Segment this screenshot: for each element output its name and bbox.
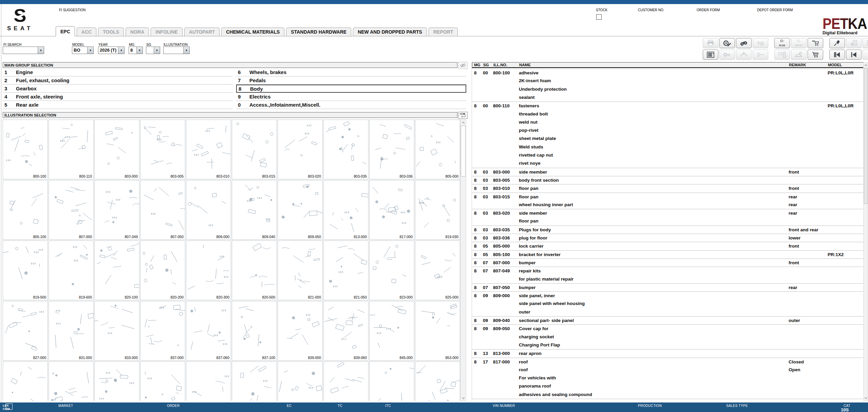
main-group-item-rear-axle[interactable]: 5Rear axle	[3, 101, 233, 109]
illustration-cell-837-060[interactable]: 837-060	[186, 301, 231, 361]
illustration-cell-821-000[interactable]: 821-000	[278, 240, 323, 300]
illustration-cell-805-100[interactable]: 805-100	[3, 180, 48, 240]
table-row[interactable]: weld nut	[472, 118, 864, 126]
chevron-down-icon[interactable]: ▼	[136, 47, 143, 54]
table-row[interactable]: 813813-000rear apron	[472, 349, 864, 358]
chevron-down-icon[interactable]: ▼	[183, 47, 189, 54]
illustration-cell-845-000[interactable]: 845-000	[369, 301, 414, 361]
sg-select[interactable]: ▼	[146, 47, 160, 54]
tab-epc[interactable]: EPC	[56, 26, 75, 36]
chevron-down-icon[interactable]: ▼	[38, 47, 44, 54]
illustration-cell-833-000[interactable]: 833-000	[94, 301, 139, 361]
table-row[interactable]: 807807-050bumperrear	[472, 283, 864, 292]
illustration-cell-821-050[interactable]: 821-050	[323, 240, 369, 300]
main-group-item-wheels-brakes[interactable]: 6Wheels, brakes	[236, 68, 466, 76]
illustration-cell-819-030[interactable]: 819-030	[415, 180, 460, 240]
illustration-cell-825-000[interactable]: 825-000	[415, 240, 460, 300]
main-group-item-fuel-exhaust-cooling[interactable]: 2Fuel, exhaust, cooling	[3, 76, 233, 85]
scroll-up-icon[interactable]	[864, 62, 868, 68]
table-row[interactable]: panorama roof	[472, 382, 864, 390]
illustration-cell[interactable]	[140, 361, 185, 401]
illustration-cell-839-000[interactable]: 839-000	[278, 301, 323, 361]
list-button[interactable]	[703, 50, 718, 60]
scroll-up-icon[interactable]	[460, 120, 466, 125]
illustration-cell-803-035[interactable]: 803-035	[323, 120, 369, 179]
table-row[interactable]: adhesives and sealing compound	[472, 391, 864, 399]
tab-new-and-dropped-parts[interactable]: NEW AND DROPPED PARTS	[353, 28, 427, 36]
illustration-cell-800-100[interactable]: 800-100	[3, 120, 48, 179]
table-row[interactable]: sheet metal plate	[472, 135, 864, 143]
illustration-cell[interactable]	[3, 361, 48, 401]
table-row[interactable]: wheel housing inner partrear	[472, 201, 864, 209]
cart-button[interactable]	[808, 50, 823, 60]
illustration-cell-807-050[interactable]: 807-050	[140, 180, 185, 240]
illustration-cell-803-010[interactable]: 803-010	[186, 120, 231, 179]
chevron-down-icon[interactable]: ▼	[87, 47, 93, 54]
illustration-cell-803-020[interactable]: 803-020	[278, 120, 323, 179]
table-row[interactable]: 809809-000side panel, inner	[472, 291, 864, 300]
elsa-button[interactable]: ELSA	[774, 38, 790, 48]
illustration-cell[interactable]	[94, 361, 139, 401]
table-row[interactable]: 805805-000lock carrierfront	[472, 242, 864, 250]
table-row[interactable]: 807807-049repair kits	[472, 267, 864, 275]
illustration-cell-820-200[interactable]: 820-200	[140, 240, 185, 300]
illustration-cell-809-000[interactable]: 809-000	[186, 180, 231, 240]
table-row[interactable]: 2K-insert foam	[472, 77, 864, 85]
mg-select[interactable]: 8 ▼	[129, 47, 143, 54]
scrollbar-thumb[interactable]	[461, 126, 466, 177]
table-row[interactable]: Underbody protection	[472, 85, 864, 93]
illustration-cell-803-015[interactable]: 803-015	[232, 120, 277, 179]
main-group-item-front-axle-steering[interactable]: 4Front axle, steering	[3, 93, 233, 101]
table-row[interactable]: 800800-110fastenersPR:L0L,L0R	[472, 102, 864, 110]
table-row[interactable]: 800800-100adhesivePR:L0L,L0R	[472, 69, 864, 77]
chevron-down-icon[interactable]: ▼	[118, 47, 124, 54]
table-row[interactable]: Weld studs	[472, 143, 864, 151]
tab-chemical-materials[interactable]: CHEMICAL MATERIALS	[221, 28, 284, 36]
illustration-cell-820-100[interactable]: 820-100	[94, 240, 139, 300]
illustration-cell-813-000[interactable]: 813-000	[323, 180, 369, 240]
binoculars-button[interactable]	[736, 38, 752, 48]
table-row[interactable]: Charging Port Flap	[472, 341, 864, 349]
thumbnail-view-button[interactable]	[458, 112, 468, 119]
table-row[interactable]: 817817-000roofClosed	[472, 358, 864, 366]
illustration-cell[interactable]	[49, 361, 94, 401]
parts-table-scrollbar[interactable]	[863, 62, 868, 401]
illustration-cell-809-040[interactable]: 809-040	[232, 180, 277, 240]
illustration-cell-817-000[interactable]: 817-000	[369, 180, 414, 240]
tire-search-button[interactable]	[719, 38, 735, 48]
illustration-cell-820-300[interactable]: 820-300	[186, 240, 231, 300]
pin-button[interactable]	[829, 38, 845, 48]
main-group-item-access-infotainment-miscell-[interactable]: 0Access.,Infotainment,Miscell.	[236, 101, 466, 109]
illustration-cell[interactable]	[369, 361, 414, 401]
main-group-item-pedals[interactable]: 7Pedals	[236, 76, 466, 85]
illustration-cell-803-000[interactable]: 803-000	[94, 120, 139, 179]
illustration-cell-807-049[interactable]: 807-049	[94, 180, 139, 240]
illustration-cell[interactable]	[278, 361, 323, 401]
model-select[interactable]: BO ▼	[72, 47, 94, 54]
table-row[interactable]: rivetted cap nut	[472, 151, 864, 159]
scrollbar-thumb[interactable]	[864, 68, 867, 204]
illustration-cell[interactable]	[186, 361, 231, 401]
table-row[interactable]: 803803-036plug for floorlower	[472, 234, 864, 242]
table-row[interactable]: 805805-100bracket for inverterPR:1X2	[472, 250, 864, 259]
illustration-cell-807-000[interactable]: 807-000	[49, 180, 94, 240]
table-row[interactable]: 803803-020side memberrear	[472, 209, 864, 217]
table-row[interactable]: for plastic material repair	[472, 275, 864, 283]
illustration-cell-853-000[interactable]: 853-000	[415, 301, 460, 361]
table-row[interactable]: outer	[472, 308, 864, 316]
main-group-item-gearbox[interactable]: 3Gearbox	[3, 85, 233, 93]
table-row[interactable]: 819819-030Air vent	[472, 399, 864, 401]
table-row[interactable]: 809809-040sectional part- side paneloute…	[472, 316, 864, 325]
table-row[interactable]: side panel with wheel housing	[472, 300, 864, 308]
main-group-item-engine[interactable]: 1Engine	[3, 68, 233, 76]
illustration-cell-803-036[interactable]: 803-036	[369, 120, 414, 179]
table-row[interactable]: charging socket	[472, 333, 864, 341]
illustration-cell[interactable]	[232, 361, 277, 401]
scroll-down-icon[interactable]	[864, 395, 868, 400]
nav-prev-button[interactable]	[846, 50, 862, 60]
table-row[interactable]: threaded bolt	[472, 110, 864, 118]
cart-add-button[interactable]	[808, 38, 823, 48]
illustration-cell-809-050[interactable]: 809-050	[278, 180, 323, 240]
table-row[interactable]: 803803-010floor panfront	[472, 184, 864, 193]
illustration-cell-803-005[interactable]: 803-005	[140, 120, 185, 179]
